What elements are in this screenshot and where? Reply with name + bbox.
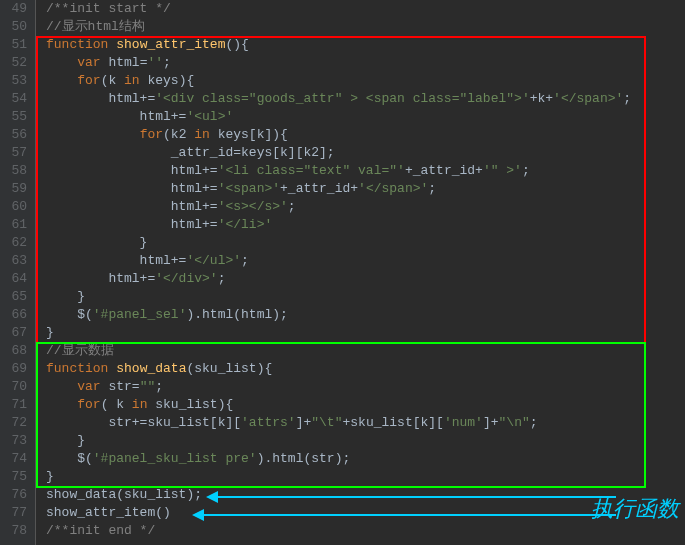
code-line[interactable]: html+='</ul>';: [46, 252, 685, 270]
line-number: 69: [6, 360, 27, 378]
line-number: 76: [6, 486, 27, 504]
code-line[interactable]: html+='</li>': [46, 216, 685, 234]
line-number: 78: [6, 522, 27, 540]
code-line[interactable]: /**init end */: [46, 522, 685, 540]
line-number: 67: [6, 324, 27, 342]
code-line[interactable]: str+=sku_list[k]['attrs']+"\t"+sku_list[…: [46, 414, 685, 432]
line-number: 55: [6, 108, 27, 126]
line-number: 49: [6, 0, 27, 18]
line-number: 71: [6, 396, 27, 414]
line-number: 72: [6, 414, 27, 432]
code-editor[interactable]: 4950515253545556575859606162636465666768…: [0, 0, 685, 545]
code-line[interactable]: }: [46, 324, 685, 342]
code-line[interactable]: var html='';: [46, 54, 685, 72]
annotation-label: 执行函数: [591, 494, 679, 524]
code-line[interactable]: //显示html结构: [46, 18, 685, 36]
line-number: 53: [6, 72, 27, 90]
line-number: 65: [6, 288, 27, 306]
line-numbers: 4950515253545556575859606162636465666768…: [0, 0, 36, 545]
line-number: 58: [6, 162, 27, 180]
code-line[interactable]: html+='<li class="text" val="'+_attr_id+…: [46, 162, 685, 180]
arrow-annotation-1: [216, 496, 616, 498]
line-number: 66: [6, 306, 27, 324]
line-number: 74: [6, 450, 27, 468]
line-number: 57: [6, 144, 27, 162]
code-line[interactable]: function show_data(sku_list){: [46, 360, 685, 378]
arrow-annotation-2: [202, 514, 616, 516]
line-number: 64: [6, 270, 27, 288]
line-number: 50: [6, 18, 27, 36]
code-line[interactable]: }: [46, 288, 685, 306]
line-number: 75: [6, 468, 27, 486]
code-line[interactable]: }: [46, 468, 685, 486]
code-line[interactable]: html+='<div class="goods_attr" > <span c…: [46, 90, 685, 108]
code-line[interactable]: html+='</div>';: [46, 270, 685, 288]
line-number: 56: [6, 126, 27, 144]
line-number: 59: [6, 180, 27, 198]
code-line[interactable]: }: [46, 234, 685, 252]
code-line[interactable]: for( k in sku_list){: [46, 396, 685, 414]
line-number: 51: [6, 36, 27, 54]
code-line[interactable]: for(k in keys){: [46, 72, 685, 90]
line-number: 68: [6, 342, 27, 360]
code-line[interactable]: show_data(sku_list);: [46, 486, 685, 504]
line-number: 62: [6, 234, 27, 252]
code-line[interactable]: }: [46, 432, 685, 450]
code-line[interactable]: for(k2 in keys[k]){: [46, 126, 685, 144]
code-line[interactable]: $('#panel_sel').html(html);: [46, 306, 685, 324]
line-number: 70: [6, 378, 27, 396]
code-line[interactable]: /**init start */: [46, 0, 685, 18]
code-line[interactable]: _attr_id=keys[k][k2];: [46, 144, 685, 162]
code-line[interactable]: html+='<ul>': [46, 108, 685, 126]
code-line[interactable]: var str="";: [46, 378, 685, 396]
code-line[interactable]: html+='<s></s>';: [46, 198, 685, 216]
line-number: 61: [6, 216, 27, 234]
line-number: 77: [6, 504, 27, 522]
line-number: 54: [6, 90, 27, 108]
line-number: 73: [6, 432, 27, 450]
code-line[interactable]: $('#panel_sku_list pre').html(str);: [46, 450, 685, 468]
line-number: 60: [6, 198, 27, 216]
line-number: 63: [6, 252, 27, 270]
code-line[interactable]: html+='<span>'+_attr_id+'</span>';: [46, 180, 685, 198]
code-line[interactable]: //显示数据: [46, 342, 685, 360]
code-line[interactable]: show_attr_item(): [46, 504, 685, 522]
code-area[interactable]: 执行函数 /**init start *///显示html结构function …: [36, 0, 685, 545]
line-number: 52: [6, 54, 27, 72]
code-line[interactable]: function show_attr_item(){: [46, 36, 685, 54]
